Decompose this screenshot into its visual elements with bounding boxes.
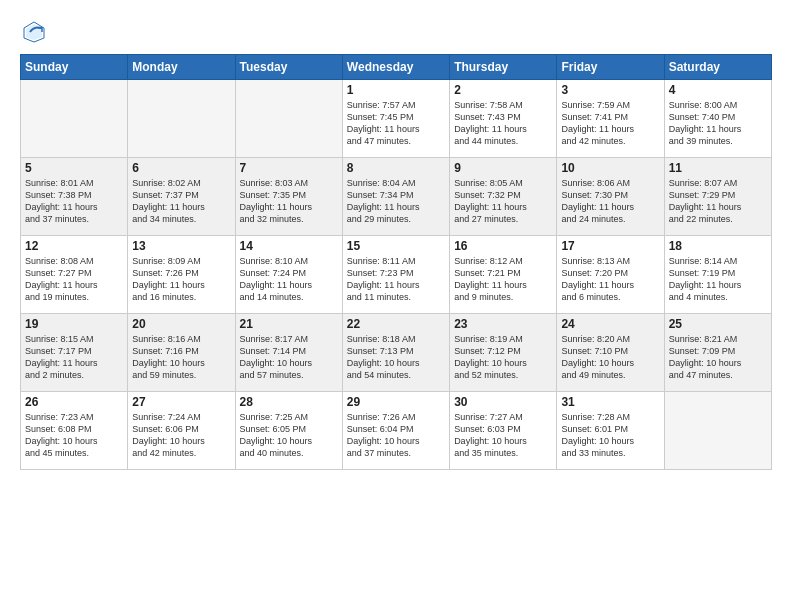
calendar-cell bbox=[128, 80, 235, 158]
day-number: 23 bbox=[454, 317, 552, 331]
day-number: 16 bbox=[454, 239, 552, 253]
calendar-cell: 8Sunrise: 8:04 AM Sunset: 7:34 PM Daylig… bbox=[342, 158, 449, 236]
calendar-cell: 20Sunrise: 8:16 AM Sunset: 7:16 PM Dayli… bbox=[128, 314, 235, 392]
calendar-cell bbox=[235, 80, 342, 158]
calendar-cell: 22Sunrise: 8:18 AM Sunset: 7:13 PM Dayli… bbox=[342, 314, 449, 392]
weekday-header-saturday: Saturday bbox=[664, 55, 771, 80]
weekday-header-row: SundayMondayTuesdayWednesdayThursdayFrid… bbox=[21, 55, 772, 80]
calendar-cell: 15Sunrise: 8:11 AM Sunset: 7:23 PM Dayli… bbox=[342, 236, 449, 314]
calendar-cell: 3Sunrise: 7:59 AM Sunset: 7:41 PM Daylig… bbox=[557, 80, 664, 158]
calendar-cell: 12Sunrise: 8:08 AM Sunset: 7:27 PM Dayli… bbox=[21, 236, 128, 314]
calendar-week-row: 5Sunrise: 8:01 AM Sunset: 7:38 PM Daylig… bbox=[21, 158, 772, 236]
day-number: 11 bbox=[669, 161, 767, 175]
page: SundayMondayTuesdayWednesdayThursdayFrid… bbox=[0, 0, 792, 612]
calendar-cell: 6Sunrise: 8:02 AM Sunset: 7:37 PM Daylig… bbox=[128, 158, 235, 236]
calendar-cell: 1Sunrise: 7:57 AM Sunset: 7:45 PM Daylig… bbox=[342, 80, 449, 158]
day-number: 18 bbox=[669, 239, 767, 253]
day-info: Sunrise: 8:10 AM Sunset: 7:24 PM Dayligh… bbox=[240, 255, 338, 304]
day-info: Sunrise: 8:13 AM Sunset: 7:20 PM Dayligh… bbox=[561, 255, 659, 304]
day-number: 31 bbox=[561, 395, 659, 409]
day-info: Sunrise: 7:59 AM Sunset: 7:41 PM Dayligh… bbox=[561, 99, 659, 148]
day-number: 20 bbox=[132, 317, 230, 331]
calendar-table: SundayMondayTuesdayWednesdayThursdayFrid… bbox=[20, 54, 772, 470]
weekday-header-tuesday: Tuesday bbox=[235, 55, 342, 80]
day-number: 3 bbox=[561, 83, 659, 97]
calendar-cell: 29Sunrise: 7:26 AM Sunset: 6:04 PM Dayli… bbox=[342, 392, 449, 470]
day-info: Sunrise: 7:57 AM Sunset: 7:45 PM Dayligh… bbox=[347, 99, 445, 148]
calendar-cell: 13Sunrise: 8:09 AM Sunset: 7:26 PM Dayli… bbox=[128, 236, 235, 314]
day-number: 7 bbox=[240, 161, 338, 175]
day-info: Sunrise: 8:02 AM Sunset: 7:37 PM Dayligh… bbox=[132, 177, 230, 226]
day-info: Sunrise: 8:18 AM Sunset: 7:13 PM Dayligh… bbox=[347, 333, 445, 382]
day-number: 2 bbox=[454, 83, 552, 97]
calendar-cell: 11Sunrise: 8:07 AM Sunset: 7:29 PM Dayli… bbox=[664, 158, 771, 236]
day-number: 22 bbox=[347, 317, 445, 331]
day-number: 13 bbox=[132, 239, 230, 253]
day-info: Sunrise: 7:24 AM Sunset: 6:06 PM Dayligh… bbox=[132, 411, 230, 460]
day-number: 21 bbox=[240, 317, 338, 331]
calendar-cell: 31Sunrise: 7:28 AM Sunset: 6:01 PM Dayli… bbox=[557, 392, 664, 470]
calendar-cell: 25Sunrise: 8:21 AM Sunset: 7:09 PM Dayli… bbox=[664, 314, 771, 392]
day-info: Sunrise: 8:15 AM Sunset: 7:17 PM Dayligh… bbox=[25, 333, 123, 382]
day-info: Sunrise: 8:14 AM Sunset: 7:19 PM Dayligh… bbox=[669, 255, 767, 304]
day-info: Sunrise: 8:17 AM Sunset: 7:14 PM Dayligh… bbox=[240, 333, 338, 382]
day-info: Sunrise: 8:09 AM Sunset: 7:26 PM Dayligh… bbox=[132, 255, 230, 304]
day-number: 14 bbox=[240, 239, 338, 253]
day-number: 1 bbox=[347, 83, 445, 97]
calendar-cell: 23Sunrise: 8:19 AM Sunset: 7:12 PM Dayli… bbox=[450, 314, 557, 392]
calendar-cell: 7Sunrise: 8:03 AM Sunset: 7:35 PM Daylig… bbox=[235, 158, 342, 236]
day-info: Sunrise: 7:26 AM Sunset: 6:04 PM Dayligh… bbox=[347, 411, 445, 460]
calendar-cell: 10Sunrise: 8:06 AM Sunset: 7:30 PM Dayli… bbox=[557, 158, 664, 236]
day-number: 4 bbox=[669, 83, 767, 97]
day-info: Sunrise: 8:11 AM Sunset: 7:23 PM Dayligh… bbox=[347, 255, 445, 304]
calendar-cell: 30Sunrise: 7:27 AM Sunset: 6:03 PM Dayli… bbox=[450, 392, 557, 470]
calendar-cell: 27Sunrise: 7:24 AM Sunset: 6:06 PM Dayli… bbox=[128, 392, 235, 470]
calendar-cell: 4Sunrise: 8:00 AM Sunset: 7:40 PM Daylig… bbox=[664, 80, 771, 158]
day-info: Sunrise: 8:21 AM Sunset: 7:09 PM Dayligh… bbox=[669, 333, 767, 382]
day-info: Sunrise: 8:12 AM Sunset: 7:21 PM Dayligh… bbox=[454, 255, 552, 304]
day-number: 17 bbox=[561, 239, 659, 253]
weekday-header-wednesday: Wednesday bbox=[342, 55, 449, 80]
day-number: 26 bbox=[25, 395, 123, 409]
calendar-week-row: 26Sunrise: 7:23 AM Sunset: 6:08 PM Dayli… bbox=[21, 392, 772, 470]
calendar-cell: 18Sunrise: 8:14 AM Sunset: 7:19 PM Dayli… bbox=[664, 236, 771, 314]
day-info: Sunrise: 8:00 AM Sunset: 7:40 PM Dayligh… bbox=[669, 99, 767, 148]
logo-icon bbox=[20, 18, 48, 46]
calendar-cell bbox=[664, 392, 771, 470]
day-info: Sunrise: 7:25 AM Sunset: 6:05 PM Dayligh… bbox=[240, 411, 338, 460]
weekday-header-sunday: Sunday bbox=[21, 55, 128, 80]
day-number: 25 bbox=[669, 317, 767, 331]
calendar-cell: 24Sunrise: 8:20 AM Sunset: 7:10 PM Dayli… bbox=[557, 314, 664, 392]
day-info: Sunrise: 8:03 AM Sunset: 7:35 PM Dayligh… bbox=[240, 177, 338, 226]
calendar-week-row: 1Sunrise: 7:57 AM Sunset: 7:45 PM Daylig… bbox=[21, 80, 772, 158]
weekday-header-thursday: Thursday bbox=[450, 55, 557, 80]
day-number: 15 bbox=[347, 239, 445, 253]
day-number: 9 bbox=[454, 161, 552, 175]
day-info: Sunrise: 8:04 AM Sunset: 7:34 PM Dayligh… bbox=[347, 177, 445, 226]
day-number: 30 bbox=[454, 395, 552, 409]
day-info: Sunrise: 7:27 AM Sunset: 6:03 PM Dayligh… bbox=[454, 411, 552, 460]
calendar-cell: 14Sunrise: 8:10 AM Sunset: 7:24 PM Dayli… bbox=[235, 236, 342, 314]
calendar-cell: 28Sunrise: 7:25 AM Sunset: 6:05 PM Dayli… bbox=[235, 392, 342, 470]
calendar-cell: 17Sunrise: 8:13 AM Sunset: 7:20 PM Dayli… bbox=[557, 236, 664, 314]
day-info: Sunrise: 8:19 AM Sunset: 7:12 PM Dayligh… bbox=[454, 333, 552, 382]
day-number: 5 bbox=[25, 161, 123, 175]
calendar-cell: 19Sunrise: 8:15 AM Sunset: 7:17 PM Dayli… bbox=[21, 314, 128, 392]
day-info: Sunrise: 7:28 AM Sunset: 6:01 PM Dayligh… bbox=[561, 411, 659, 460]
calendar-cell bbox=[21, 80, 128, 158]
day-info: Sunrise: 8:05 AM Sunset: 7:32 PM Dayligh… bbox=[454, 177, 552, 226]
day-number: 8 bbox=[347, 161, 445, 175]
calendar-cell: 9Sunrise: 8:05 AM Sunset: 7:32 PM Daylig… bbox=[450, 158, 557, 236]
day-number: 19 bbox=[25, 317, 123, 331]
calendar-cell: 21Sunrise: 8:17 AM Sunset: 7:14 PM Dayli… bbox=[235, 314, 342, 392]
weekday-header-monday: Monday bbox=[128, 55, 235, 80]
calendar-cell: 16Sunrise: 8:12 AM Sunset: 7:21 PM Dayli… bbox=[450, 236, 557, 314]
day-info: Sunrise: 8:06 AM Sunset: 7:30 PM Dayligh… bbox=[561, 177, 659, 226]
weekday-header-friday: Friday bbox=[557, 55, 664, 80]
day-number: 27 bbox=[132, 395, 230, 409]
day-number: 12 bbox=[25, 239, 123, 253]
calendar-cell: 2Sunrise: 7:58 AM Sunset: 7:43 PM Daylig… bbox=[450, 80, 557, 158]
calendar-week-row: 12Sunrise: 8:08 AM Sunset: 7:27 PM Dayli… bbox=[21, 236, 772, 314]
day-number: 6 bbox=[132, 161, 230, 175]
day-number: 28 bbox=[240, 395, 338, 409]
